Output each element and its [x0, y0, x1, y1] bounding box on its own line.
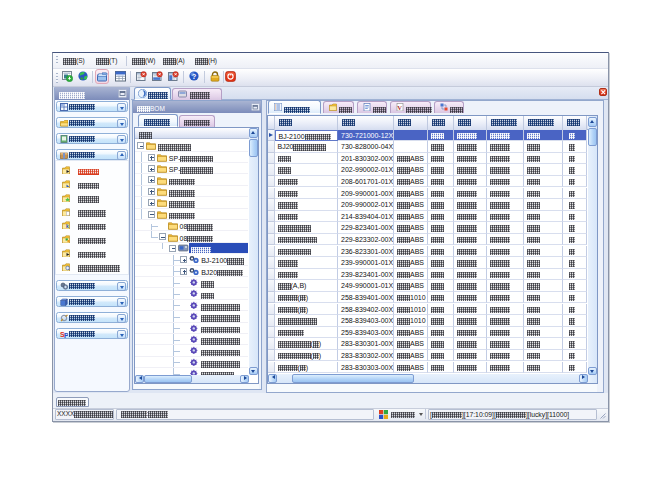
- svg-text:?: ?: [191, 72, 196, 81]
- svg-text:V: V: [397, 104, 402, 111]
- svg-text:P: P: [64, 332, 68, 339]
- svg-text:k: k: [66, 224, 69, 230]
